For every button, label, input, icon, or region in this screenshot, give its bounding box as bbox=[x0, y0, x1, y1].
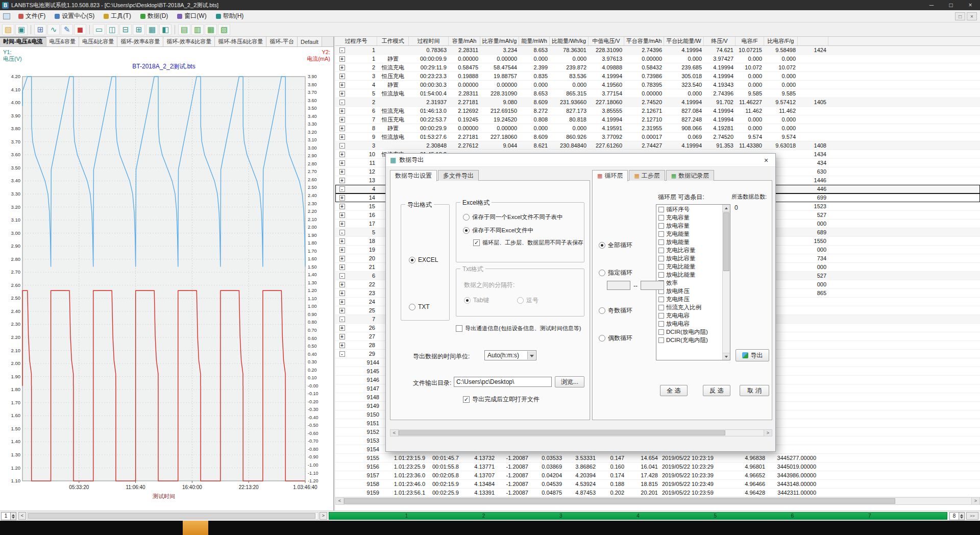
column-header[interactable]: 电容/F bbox=[736, 37, 764, 45]
chart-tab-3[interactable]: 循环-效率&容量 bbox=[117, 37, 163, 46]
radio-different-excel-files[interactable]: 保存于不同Excel文件中 bbox=[463, 227, 533, 234]
cycle-field-item[interactable]: DCIR(充电内阻) bbox=[657, 336, 722, 344]
taskbar-active-item[interactable] bbox=[183, 521, 208, 535]
column-header[interactable]: 容量/mAh bbox=[449, 37, 480, 45]
column-header[interactable]: 比能量/Wh/kg bbox=[550, 37, 589, 45]
nav-scroll-left-button[interactable]: < bbox=[18, 512, 26, 520]
dialog-scroll-right-arrow[interactable]: > bbox=[764, 430, 772, 436]
tab-record-layer[interactable]: ▦数据记录层 bbox=[666, 170, 714, 181]
column-header[interactable]: 平台容量/mAh bbox=[624, 37, 664, 45]
data-table-icon[interactable]: ▤ bbox=[178, 24, 190, 35]
table-row[interactable]: +7恒压充电00:22:53.70.1924519.245200.80880.8… bbox=[335, 115, 980, 124]
cycle-field-item[interactable]: 充电比容量 bbox=[657, 246, 722, 254]
cancel-button[interactable]: 取 消 bbox=[740, 385, 769, 396]
chart-tab-2[interactable]: 电压&比容量 bbox=[79, 37, 117, 46]
layout-grid-icon[interactable]: ▦ bbox=[146, 24, 158, 35]
cycle-field-item[interactable]: 恒流充入比例 bbox=[657, 303, 722, 311]
row-expander[interactable]: + bbox=[339, 264, 345, 270]
menu-help[interactable]: 帮助(H) bbox=[211, 10, 249, 22]
time-unit-select[interactable]: Auto(h:m:s) bbox=[484, 350, 536, 360]
table-row[interactable]: +8静置00:00:29.90.000000.000000.0000.0004.… bbox=[335, 124, 980, 133]
table-row[interactable]: +5恒流放电01:54:00.42.28311228.310908.653865… bbox=[335, 89, 980, 98]
output-dir-input[interactable]: C:\Users\pc\Desktop\ bbox=[454, 377, 552, 387]
fast-forward-button[interactable]: >> bbox=[966, 512, 978, 520]
channel-overview-icon[interactable]: ⊞ bbox=[34, 24, 46, 35]
table-row[interactable]: -22.319372.271819.0808.609231.93660227.1… bbox=[335, 98, 980, 107]
column-header[interactable]: 中值电压/V bbox=[589, 37, 624, 45]
tab-multi-file-export[interactable]: 多文件导出 bbox=[438, 170, 479, 181]
tab-cycle-layer[interactable]: ▦循环层 bbox=[592, 170, 628, 181]
chevron-down-icon[interactable] bbox=[527, 351, 535, 359]
dialog-scroll-left-arrow[interactable]: < bbox=[390, 430, 399, 436]
close-button[interactable]: × bbox=[961, 0, 980, 10]
listbox-scrollbar[interactable] bbox=[722, 205, 730, 360]
column-header[interactable]: 平台比能量/W bbox=[664, 37, 704, 45]
column-header[interactable]: 终压/V bbox=[704, 37, 736, 45]
row-expander[interactable]: + bbox=[339, 325, 345, 331]
column-header[interactable]: 过程时间 bbox=[409, 37, 449, 45]
row-expander[interactable]: + bbox=[339, 65, 345, 70]
row-expander[interactable]: + bbox=[339, 334, 345, 339]
listbox-scroll-down-arrow[interactable] bbox=[723, 353, 730, 360]
layout-split-h-icon[interactable]: ◫ bbox=[106, 24, 118, 35]
row-expander[interactable]: + bbox=[339, 282, 345, 287]
table-row[interactable]: 91591.01:23:56.100:02:25.94.13391-1.2008… bbox=[335, 489, 980, 497]
radio-txt[interactable]: TXT bbox=[409, 303, 430, 310]
edit-step-icon[interactable]: ✎ bbox=[61, 24, 73, 35]
channel-spinner[interactable]: 8 bbox=[949, 512, 965, 520]
export-button[interactable]: 导出 bbox=[736, 349, 769, 361]
listbox-scroll-up-arrow[interactable] bbox=[723, 205, 730, 212]
layout-wide-icon[interactable]: ◧ bbox=[159, 24, 172, 35]
table-row[interactable]: +3恒压充电00:23:23.30.1988819.887570.83583.5… bbox=[335, 72, 980, 81]
row-expander[interactable]: - bbox=[339, 351, 345, 357]
cycle-field-item[interactable]: DCIR(放电内阻) bbox=[657, 328, 722, 336]
row-expander[interactable]: - bbox=[339, 143, 345, 149]
menu-window[interactable]: 窗口(W) bbox=[173, 10, 211, 22]
chart-tab-1[interactable]: 电压&容量 bbox=[46, 37, 79, 46]
listbox-scroll-thumb[interactable] bbox=[723, 212, 729, 271]
column-header[interactable]: 比容量/mAh/g bbox=[480, 37, 519, 45]
menu-settings-center[interactable]: 设置中心(S) bbox=[50, 10, 99, 22]
row-expander[interactable]: + bbox=[339, 91, 345, 96]
minimize-button[interactable]: ─ bbox=[922, 0, 941, 10]
column-header[interactable]: 工作模式 bbox=[377, 37, 409, 45]
chart-tab-4[interactable]: 循环-效率&比容量 bbox=[163, 37, 215, 46]
dialog-h-scrollbar[interactable]: < > bbox=[390, 429, 772, 436]
row-expander[interactable]: + bbox=[339, 299, 345, 305]
row-expander[interactable]: + bbox=[339, 108, 345, 114]
chart-tab-6[interactable]: 循环-平台 bbox=[266, 37, 298, 46]
table-scroll-thumb[interactable] bbox=[344, 498, 895, 504]
cycle-field-item[interactable]: 放电比能量 bbox=[657, 271, 722, 279]
chart-page-spinner[interactable]: 1 bbox=[1, 512, 16, 520]
check-export-channel-info[interactable]: 导出通道信息(包括设备信息、测试时间信息等) bbox=[456, 325, 581, 332]
row-expander[interactable]: + bbox=[339, 74, 345, 79]
invert-selection-button[interactable]: 反 选 bbox=[703, 385, 730, 396]
dialog-close-button[interactable]: × bbox=[757, 154, 775, 166]
menu-tools[interactable]: 工具(T) bbox=[99, 10, 135, 22]
row-expander[interactable]: + bbox=[339, 126, 345, 131]
cycle-field-item[interactable]: 充电比能量 bbox=[657, 262, 722, 271]
menu-data[interactable]: 数据(D) bbox=[136, 10, 173, 22]
row-expander[interactable]: + bbox=[339, 343, 345, 348]
select-all-button[interactable]: 全 选 bbox=[660, 385, 688, 396]
cycle-field-item[interactable]: 放电能量 bbox=[657, 238, 722, 246]
cycle-field-item[interactable]: 充电能量 bbox=[657, 230, 722, 238]
column-header[interactable]: 过程序号 bbox=[335, 37, 377, 45]
data-grid-icon[interactable]: ▦ bbox=[205, 24, 217, 35]
chart-scrollbar[interactable] bbox=[27, 512, 318, 520]
row-expander[interactable]: + bbox=[339, 152, 345, 157]
chart-tab-0[interactable]: 时间-电压&电流 bbox=[0, 37, 46, 46]
column-header[interactable] bbox=[798, 37, 828, 45]
child-close-button[interactable]: × bbox=[967, 12, 977, 20]
layout-quad-icon[interactable]: ⊞ bbox=[133, 24, 145, 35]
row-expander[interactable]: - bbox=[339, 47, 345, 53]
table-row[interactable]: 91551.01:23:15.900:01:45.74.13732-1.2008… bbox=[335, 454, 980, 463]
cycle-items-listbox[interactable]: 循环序号充电容量放电容量充电能量放电能量充电比容量放电比容量充电比能量放电比能量… bbox=[656, 204, 730, 360]
layout-split-v-icon[interactable]: ⊟ bbox=[119, 24, 132, 35]
data-list-icon[interactable]: ▥ bbox=[191, 24, 204, 35]
cycle-field-item[interactable]: 放电比容量 bbox=[657, 254, 722, 262]
row-expander[interactable]: + bbox=[339, 247, 345, 253]
table-h-scrollbar[interactable]: < > bbox=[335, 497, 980, 505]
row-expander[interactable]: + bbox=[339, 134, 345, 140]
tab-step-layer[interactable]: ▦工步层 bbox=[629, 170, 665, 181]
